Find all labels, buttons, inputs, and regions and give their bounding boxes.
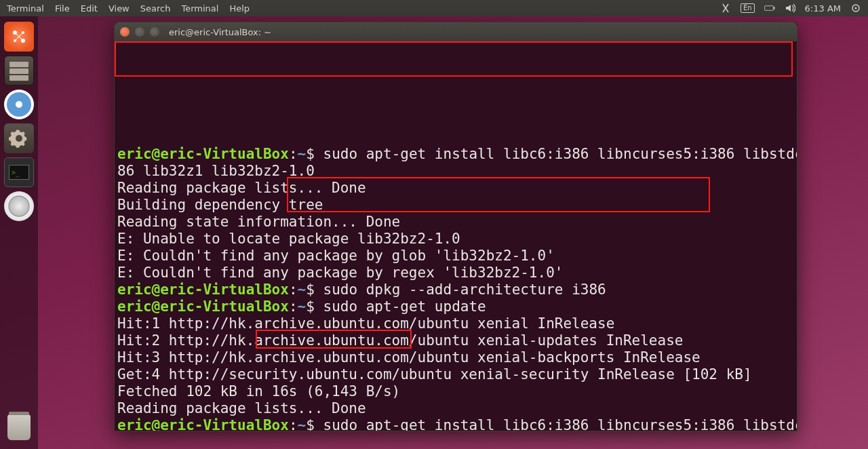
unity-launcher: >_ (0, 16, 38, 449)
keyboard-layout-indicator[interactable]: En (741, 3, 755, 13)
terminal-output-line: Reading package lists... Done (117, 180, 797, 197)
trash-icon[interactable] (4, 412, 34, 442)
terminal-output-line: Get:4 http://security.ubuntu.com/ubuntu … (117, 366, 797, 383)
terminal-output-line: Hit:1 http://hk.archive.ubuntu.com/ubunt… (117, 315, 797, 332)
terminal-output-line: Fetched 102 kB in 16s (6,143 B/s) (117, 383, 797, 400)
menu-search[interactable]: Search (140, 3, 171, 14)
terminal-command-line: eric@eric-VirtualBox:~$ sudo dpkg --add-… (117, 281, 797, 298)
terminal-window: eric@eric-VirtualBox: ~ eric@eric-Virtua… (114, 22, 797, 431)
system-settings-icon[interactable] (4, 123, 34, 153)
terminal-output-line: E: Unable to locate package lib32bz2-1.0 (117, 231, 797, 248)
svg-rect-0 (764, 6, 773, 11)
svg-point-3 (855, 7, 857, 9)
window-titlebar[interactable]: eric@eric-VirtualBox: ~ (115, 22, 797, 41)
clock[interactable]: 6:13 AM (805, 3, 841, 14)
dash-icon[interactable] (4, 22, 34, 52)
window-maximize-button[interactable] (150, 27, 159, 37)
terminal-command-line: eric@eric-VirtualBox:~$ sudo apt-get upd… (117, 298, 797, 315)
window-close-button[interactable] (120, 27, 130, 37)
terminal-command-line: eric@eric-VirtualBox:~$ sudo apt-get ins… (117, 417, 797, 431)
terminal-output-line: Hit:3 http://hk.archive.ubuntu.com/ubunt… (117, 349, 797, 366)
terminal-output-line: E: Couldn't find any package by regex 'l… (117, 265, 797, 281)
network-indicator-icon[interactable] (720, 3, 731, 14)
menubar-left: Terminal File Edit View Search Terminal … (7, 3, 250, 14)
menu-terminal[interactable]: Terminal (181, 3, 218, 14)
menubar-right: En 6:13 AM (720, 3, 861, 14)
menu-view[interactable]: View (108, 3, 130, 14)
terminal-output-line: Reading package lists... Done (117, 400, 797, 417)
window-minimize-button[interactable] (135, 27, 144, 37)
battery-indicator-icon[interactable] (764, 3, 775, 14)
terminal-command-wrap: 86 lib32z1 lib32bz2-1.0 (117, 163, 797, 180)
menu-edit[interactable]: Edit (81, 3, 98, 14)
top-menubar: Terminal File Edit View Search Terminal … (0, 0, 868, 16)
files-icon[interactable] (4, 56, 34, 85)
terminal-command-line: eric@eric-VirtualBox:~$ sudo apt-get ins… (117, 146, 797, 163)
chromium-icon[interactable] (4, 90, 34, 119)
window-title: eric@eric-VirtualBox: ~ (169, 27, 271, 37)
session-indicator-icon[interactable] (850, 3, 861, 14)
terminal-output-line: E: Couldn't find any package by glob 'li… (117, 248, 797, 265)
sound-indicator-icon[interactable] (785, 3, 795, 14)
terminal-output-line: Reading state information... Done (117, 214, 797, 231)
menu-file[interactable]: File (55, 3, 70, 14)
menu-help[interactable]: Help (229, 3, 250, 14)
menu-terminal-app[interactable]: Terminal (7, 3, 44, 14)
terminal-output-line: Building dependency tree (117, 197, 797, 214)
terminal-icon[interactable]: >_ (4, 157, 34, 187)
terminal-body[interactable]: eric@eric-VirtualBox:~$ sudo apt-get ins… (115, 41, 797, 431)
disc-icon[interactable] (4, 191, 34, 221)
svg-rect-1 (774, 7, 774, 9)
terminal-output-line: Hit:2 http://hk.archive.ubuntu.com/ubunt… (117, 332, 797, 349)
highlight-box (115, 41, 793, 77)
